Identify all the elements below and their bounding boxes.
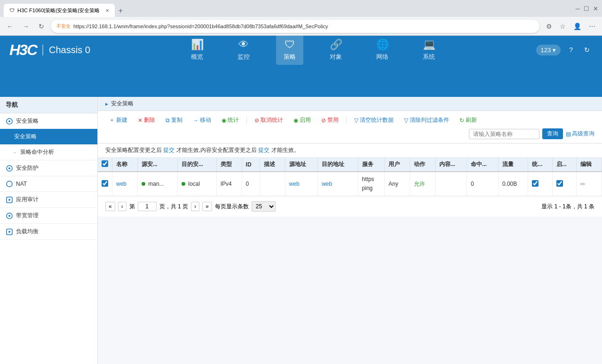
refresh-button[interactable]: ↻ 刷新 — [456, 115, 481, 126]
table-row: web man... local IPv4 0 — [98, 172, 602, 196]
tab-close-button[interactable]: ✕ — [105, 8, 109, 13]
sidebar-item-bandwidth-label: 带宽管理 — [16, 212, 39, 220]
warning-link-1[interactable]: 提交 — [163, 147, 174, 153]
header-action: 动作 — [410, 158, 435, 172]
row-name-link[interactable]: web — [116, 181, 127, 187]
extensions-button[interactable]: ⚙ — [543, 21, 555, 32]
user-badge[interactable]: 123 ▾ — [536, 45, 561, 55]
sidebar-item-app-audit[interactable]: 应用审计 — [0, 192, 97, 207]
warning-link-2[interactable]: 提交 — [258, 147, 269, 153]
edit-pencil-icon[interactable]: ✏ — [580, 181, 586, 188]
clear-stats-button[interactable]: ▽ 清空统计数据 — [350, 115, 397, 126]
last-page-button[interactable]: » — [202, 202, 212, 211]
per-page-select[interactable]: 25 50 100 — [252, 201, 276, 212]
sidebar-item-nat[interactable]: NAT — [0, 176, 97, 191]
header-type: 类型 — [216, 158, 242, 172]
enable-button[interactable]: ◉ 启用 — [290, 115, 315, 126]
main-layout: 导航 安全策略 安全策略 · 策略命中分析 安全防护 — [0, 97, 602, 364]
dst-addr-link[interactable]: web — [322, 181, 332, 187]
row-dst-addr: web — [318, 172, 358, 196]
filter-icon: ▽ — [404, 117, 408, 124]
advanced-search-button[interactable]: ▤ 高级查询 — [566, 130, 594, 138]
search-button[interactable]: 查询 — [542, 128, 563, 139]
copy-button[interactable]: ⧉ 复制 — [162, 115, 186, 126]
advanced-icon: ▤ — [566, 131, 571, 137]
src-zone-value: man... — [148, 181, 164, 187]
address-url: https://192.168.1.1/wnm/frame/index.php?… — [73, 24, 328, 29]
page-label: 第 — [129, 203, 135, 211]
row-enabled-checkbox[interactable] — [556, 180, 563, 187]
address-bar: ← → ↻ 不安全 https://192.168.1.1/wnm/frame/… — [0, 17, 602, 36]
new-button[interactable]: ＋ 新建 — [105, 115, 131, 126]
address-input[interactable]: 不安全 https://192.168.1.1/wnm/frame/index.… — [51, 20, 539, 33]
disable-button[interactable]: ⊘ 禁用 — [317, 115, 342, 126]
search-input[interactable] — [469, 129, 539, 139]
move-icon: → — [193, 117, 198, 124]
current-page-input[interactable] — [138, 202, 157, 211]
refresh-icon: ↻ — [459, 117, 464, 124]
back-button[interactable]: ← — [4, 21, 16, 32]
src-zone-status-dot — [142, 182, 145, 186]
row-stats-checkbox[interactable] — [532, 180, 539, 187]
security-warning: 不安全 — [56, 23, 71, 30]
nav-item-overview[interactable]: 📊 概览 — [183, 35, 211, 65]
select-all-checkbox[interactable] — [102, 160, 108, 167]
nav-item-system[interactable]: 💻 系统 — [415, 35, 443, 65]
nav-item-object[interactable]: 🔗 对象 — [322, 35, 350, 65]
bookmarks-button[interactable]: ☆ — [557, 21, 569, 32]
browser-chrome: 🛡 H3C F1060|策略|安全策略|安全策略 ✕ + ─ ☐ ✕ — [0, 0, 602, 17]
cancel-stats-button[interactable]: ⊘ 取消统计 — [251, 115, 287, 126]
close-button[interactable]: ✕ — [593, 5, 598, 12]
src-addr-link[interactable]: web — [289, 181, 300, 187]
svg-point-1 — [8, 120, 10, 122]
sidebar-header: 导航 — [0, 97, 97, 113]
nav-item-monitor[interactable]: 👁 监控 — [230, 35, 257, 65]
header-hit: 命中... — [467, 158, 498, 172]
nav-system-label: 系统 — [423, 53, 435, 61]
header-dst-zone: 目的安... — [177, 158, 216, 172]
row-checkbox[interactable] — [102, 180, 108, 187]
delete-button[interactable]: ✕ 删除 — [134, 115, 159, 126]
sidebar-group-security-policy: 安全策略 安全策略 · 策略命中分析 — [0, 113, 97, 160]
sidebar-item-security-policy[interactable]: 安全策略 — [0, 113, 97, 129]
header-enabled: 启... — [552, 158, 576, 172]
sidebar-item-load-balance[interactable]: 负载均衡 — [0, 224, 97, 239]
nav-item-network[interactable]: 🌐 网络 — [369, 35, 396, 65]
stats-button[interactable]: ◉ 统计 — [218, 115, 243, 126]
header-row: 名称 源安... 目的安... 类型 ID 描述 源地址 目的地址 服务 用户 … — [98, 158, 602, 172]
first-page-button[interactable]: « — [105, 202, 115, 211]
help-button[interactable]: ? — [566, 44, 576, 55]
new-tab-button[interactable]: + — [117, 5, 125, 17]
chassis-title: Chassis 0 — [42, 45, 90, 55]
prev-page-button[interactable]: ‹ — [118, 202, 127, 211]
profile-button[interactable]: 👤 — [570, 21, 584, 32]
forward-button[interactable]: → — [20, 21, 32, 32]
next-page-button[interactable]: › — [191, 202, 199, 211]
tab-icon: 🛡 — [9, 8, 15, 13]
row-desc — [260, 172, 285, 196]
toolbar-separator-2 — [346, 117, 347, 124]
sidebar-group-bandwidth: 带宽管理 — [0, 208, 97, 224]
browser-tab[interactable]: 🛡 H3C F1060|策略|安全策略|安全策略 ✕ — [4, 4, 115, 17]
display-info: 显示 1 - 1条，共 1 条 — [541, 203, 594, 211]
app-audit-icon — [6, 196, 13, 204]
refresh-header-button[interactable]: ↻ — [581, 44, 593, 55]
minimize-button[interactable]: ─ — [576, 5, 580, 12]
sidebar-item-bandwidth[interactable]: 带宽管理 — [0, 208, 97, 223]
clear-filter-button[interactable]: ▽ 清除列过滤条件 — [400, 115, 453, 126]
sidebar-item-policy-list[interactable]: 安全策略 — [0, 129, 97, 144]
nav-item-policy[interactable]: 🛡 策略 — [276, 35, 303, 65]
load-balance-icon — [6, 228, 13, 236]
menu-button[interactable]: ⋯ — [586, 21, 598, 32]
sidebar-item-security-protection[interactable]: 安全防护 — [0, 160, 97, 176]
nat-icon — [6, 180, 13, 188]
breadcrumb-arrow: ▸ — [105, 101, 108, 107]
per-page-label: 每页显示条数 — [215, 203, 249, 211]
clear-stats-icon: ▽ — [354, 117, 358, 124]
row-checkbox-cell — [98, 172, 112, 196]
reload-button[interactable]: ↻ — [36, 21, 47, 32]
enable-icon: ◉ — [293, 117, 298, 124]
sidebar-item-policy-analysis[interactable]: · 策略命中分析 — [0, 144, 97, 160]
maximize-button[interactable]: ☐ — [584, 5, 589, 12]
move-button[interactable]: → 移动 — [189, 115, 215, 126]
